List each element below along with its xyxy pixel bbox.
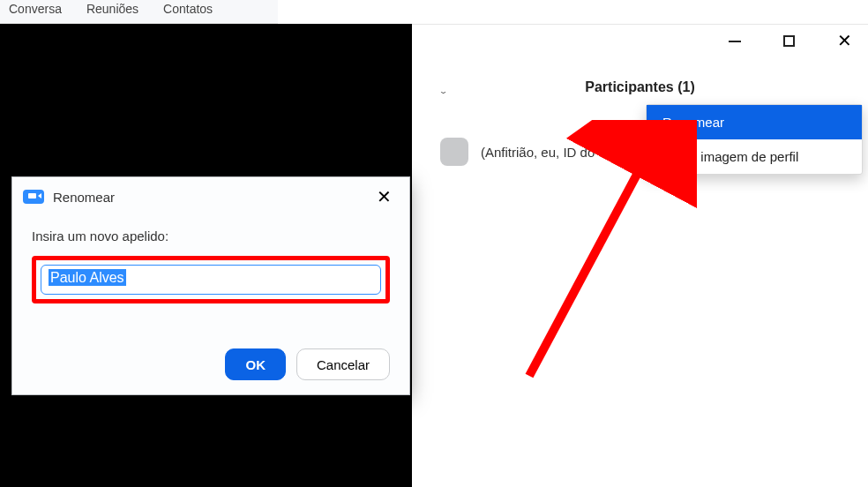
dialog-title: Renomear bbox=[53, 190, 371, 205]
maximize-icon[interactable] bbox=[783, 35, 795, 47]
tab-conversa[interactable]: Conversa bbox=[9, 0, 62, 16]
window-controls: ✕ bbox=[729, 35, 852, 47]
main-tabs: Conversa Reuniões Contatos bbox=[0, 0, 278, 24]
participant-row[interactable]: (Anfitrião, eu, ID do bbox=[440, 138, 595, 166]
minimize-icon[interactable] bbox=[729, 41, 741, 42]
annotation-highlight: Paulo Alves bbox=[32, 256, 390, 303]
participant-label: (Anfitrião, eu, ID do bbox=[481, 145, 595, 160]
participants-panel: ✕ ⌄ Participantes (1) (Anfitrião, eu, ID… bbox=[412, 24, 868, 487]
dialog-close-icon[interactable]: ✕ bbox=[371, 186, 397, 207]
dialog-footer: OK Cancelar bbox=[225, 348, 390, 380]
context-menu: Renomear Editar imagem de perfil bbox=[646, 104, 863, 175]
ok-button[interactable]: OK bbox=[225, 348, 286, 380]
nickname-input[interactable]: Paulo Alves bbox=[41, 265, 381, 295]
tab-contatos[interactable]: Contatos bbox=[163, 0, 213, 16]
rename-dialog: Renomear ✕ Insira um novo apelido: Paulo… bbox=[11, 176, 410, 395]
dialog-prompt: Insira um novo apelido: bbox=[32, 229, 390, 244]
cancel-button[interactable]: Cancelar bbox=[296, 348, 390, 380]
close-icon[interactable]: ✕ bbox=[837, 35, 852, 47]
tab-reunioes[interactable]: Reuniões bbox=[86, 0, 138, 16]
participants-header: Participantes (1) bbox=[412, 79, 868, 95]
zoom-icon bbox=[23, 190, 44, 204]
avatar bbox=[440, 138, 468, 166]
menu-item-edit-profile-image[interactable]: Editar imagem de perfil bbox=[647, 139, 862, 174]
dialog-titlebar: Renomear ✕ bbox=[12, 177, 409, 214]
menu-item-rename[interactable]: Renomear bbox=[647, 105, 862, 139]
